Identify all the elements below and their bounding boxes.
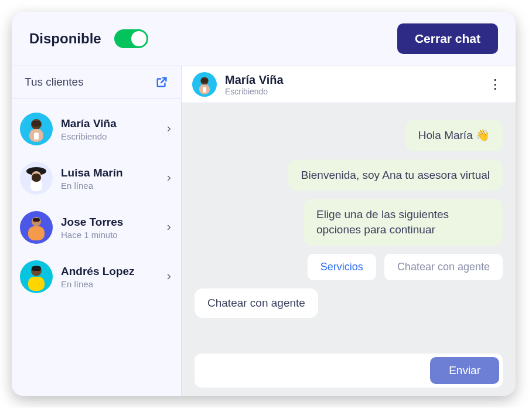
quick-reply-servicios[interactable]: Servicios	[308, 254, 376, 280]
availability-toggle[interactable]	[114, 29, 148, 48]
chat-header-info: María Viña Escribiendo	[225, 73, 477, 96]
message-input-row: Enviar	[195, 354, 503, 388]
topbar: Disponible Cerrar chat	[12, 12, 516, 66]
avatar	[20, 162, 53, 195]
avatar	[20, 260, 53, 293]
sidebar-header: Tus clientes	[12, 66, 181, 98]
client-list: María Viña Escribiendo Luisa Marín En lí…	[12, 98, 181, 299]
client-info: Luisa Marín En línea	[61, 167, 156, 191]
client-name: Jose Torres	[61, 216, 156, 229]
agent-message: Elige una de las siguientes opciones par…	[303, 199, 503, 245]
chevron-right-icon	[165, 174, 173, 182]
agent-message: Bienvenida, soy Ana tu asesora virtual	[288, 159, 503, 191]
svg-rect-4	[34, 133, 39, 140]
client-name: Luisa Marín	[61, 167, 156, 179]
client-item-jose[interactable]: Jose Torres Hace 1 minuto	[20, 211, 173, 244]
svg-rect-21	[201, 79, 208, 83]
client-status: Hace 1 minuto	[61, 230, 156, 240]
external-link-icon[interactable]	[155, 76, 168, 89]
svg-rect-22	[203, 87, 206, 93]
client-name: María Viña	[61, 117, 156, 130]
svg-rect-13	[33, 218, 40, 222]
client-info: María Viña Escribiendo	[61, 117, 156, 141]
client-info: Jose Torres Hace 1 minuto	[61, 216, 156, 240]
quick-reply-row: Servicios Chatear con agente	[308, 254, 503, 280]
avatar	[192, 72, 217, 97]
svg-rect-16	[28, 277, 45, 291]
avatar	[20, 113, 53, 145]
more-vertical-icon[interactable]: ⋮	[485, 77, 505, 92]
agent-message: Hola María 👋	[405, 120, 503, 151]
chat-header-status: Escribiendo	[225, 87, 477, 96]
chevron-right-icon	[165, 223, 173, 232]
client-item-andres[interactable]: Andrés Lopez En línea	[20, 260, 173, 293]
client-item-luisa[interactable]: Luisa Marín En línea	[20, 162, 173, 195]
client-status: Escribiendo	[61, 131, 156, 141]
sidebar: Tus clientes María Viña Escribiendo	[12, 66, 182, 396]
client-status: En línea	[61, 181, 156, 191]
svg-rect-12	[28, 226, 45, 240]
svg-rect-17	[32, 266, 41, 271]
chat-pane: María Viña Escribiendo ⋮ Hola María 👋 Bi…	[182, 66, 516, 396]
svg-rect-3	[32, 121, 41, 127]
sidebar-title: Tus clientes	[25, 76, 84, 89]
chat-app-window: Disponible Cerrar chat Tus clientes	[12, 12, 516, 396]
chat-header-name: María Viña	[225, 73, 477, 87]
client-item-maria[interactable]: María Viña Escribiendo	[20, 113, 173, 145]
availability-group: Disponible	[29, 29, 148, 48]
chat-header: María Viña Escribiendo ⋮	[182, 66, 516, 103]
avatar	[20, 211, 53, 244]
chevron-right-icon	[165, 273, 173, 281]
chevron-right-icon	[165, 125, 173, 133]
main-area: Tus clientes María Viña Escribiendo	[12, 66, 516, 396]
svg-rect-9	[32, 174, 41, 182]
client-info: Andrés Lopez En línea	[61, 265, 156, 289]
message-input[interactable]	[205, 365, 424, 377]
send-button[interactable]: Enviar	[430, 357, 499, 384]
client-name: Andrés Lopez	[61, 265, 156, 278]
chat-body: Hola María 👋 Bienvenida, soy Ana tu ases…	[182, 103, 516, 396]
client-status: En línea	[61, 279, 156, 289]
availability-label: Disponible	[29, 30, 101, 47]
close-chat-button[interactable]: Cerrar chat	[397, 23, 498, 54]
user-message: Chatear con agente	[195, 288, 318, 318]
quick-reply-chatear-agente[interactable]: Chatear con agente	[384, 254, 503, 280]
